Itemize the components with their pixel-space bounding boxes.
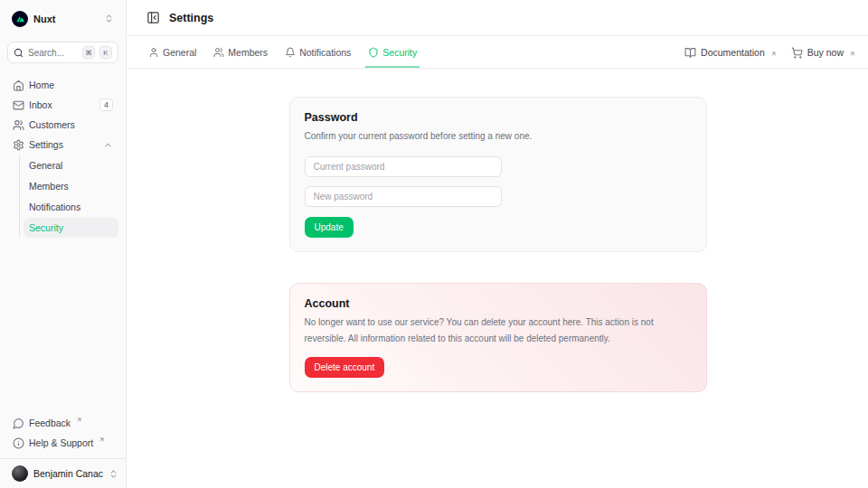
account-card: Account No longer want to use our servic… bbox=[289, 283, 707, 392]
inbox-count-badge: 4 bbox=[99, 99, 113, 111]
tab-notifications[interactable]: Notifications bbox=[282, 37, 354, 68]
page-title: Settings bbox=[169, 12, 213, 24]
message-circle-icon bbox=[13, 418, 24, 429]
users-icon bbox=[213, 47, 224, 58]
sidebar-item-label: Settings bbox=[29, 139, 99, 150]
shield-icon bbox=[368, 47, 379, 58]
sidebar-item-customers[interactable]: Customers bbox=[7, 115, 118, 135]
sidebar-item-label: Members bbox=[29, 181, 69, 192]
buy-now-link[interactable]: Buy now bbox=[791, 47, 855, 59]
user-icon bbox=[148, 47, 159, 58]
password-card: Password Confirm your current password b… bbox=[289, 97, 707, 252]
footer-link-label: Feedback bbox=[29, 418, 71, 428]
sidebar-item-general[interactable]: General bbox=[24, 155, 118, 175]
sidebar-nav: Home Inbox 4 Customers Settings General … bbox=[0, 75, 126, 238]
sidebar-item-settings[interactable]: Settings bbox=[7, 135, 118, 155]
sidebar: Nuxt Search... ⌘ K Home Inbox 4 Customer… bbox=[0, 0, 127, 488]
user-menu[interactable]: Benjamin Canac bbox=[7, 459, 118, 488]
tab-general[interactable]: General bbox=[146, 37, 199, 68]
sidebar-item-label: General bbox=[29, 160, 62, 171]
sidebar-item-members[interactable]: Members bbox=[24, 176, 118, 196]
inbox-icon bbox=[13, 99, 24, 111]
user-name: Benjamin Canac bbox=[33, 468, 103, 479]
info-icon bbox=[13, 437, 24, 449]
new-password-field[interactable] bbox=[305, 186, 502, 207]
sidebar-footer: Feedback Help & Support Benjamin Canac bbox=[0, 413, 126, 488]
external-link-icon bbox=[99, 436, 105, 443]
chevrons-up-down-icon bbox=[104, 14, 114, 23]
tab-label: General bbox=[163, 47, 196, 58]
search-icon bbox=[14, 48, 24, 58]
home-icon bbox=[13, 80, 24, 91]
update-button[interactable]: Update bbox=[305, 217, 354, 238]
external-link-icon bbox=[76, 417, 82, 423]
toolbar-link-label: Documentation bbox=[701, 47, 765, 58]
sidebar-item-label: Notifications bbox=[29, 202, 80, 212]
page-header: Settings bbox=[127, 0, 868, 36]
current-password-field[interactable] bbox=[305, 156, 502, 177]
chevron-up-icon bbox=[103, 140, 113, 150]
delete-account-button[interactable]: Delete account bbox=[305, 357, 385, 378]
search-input[interactable]: Search... ⌘ K bbox=[7, 42, 118, 63]
password-card-title: Password bbox=[305, 111, 692, 124]
external-link-icon bbox=[849, 51, 855, 57]
search-placeholder: Search... bbox=[28, 48, 78, 58]
tab-members[interactable]: Members bbox=[211, 37, 270, 68]
settings-subtree: General Members Notifications Security bbox=[19, 155, 118, 238]
footer-link-label: Help & Support bbox=[29, 437, 93, 448]
feedback-link[interactable]: Feedback bbox=[7, 413, 118, 433]
sidebar-item-notifications[interactable]: Notifications bbox=[24, 197, 118, 217]
kbd-k: K bbox=[99, 46, 112, 59]
kbd-meta: ⌘ bbox=[82, 46, 95, 59]
panel-left-close-icon[interactable] bbox=[146, 11, 160, 24]
avatar bbox=[12, 465, 28, 482]
chevrons-up-down-icon bbox=[108, 469, 118, 479]
bell-icon bbox=[285, 47, 296, 58]
toolbar-link-label: Buy now bbox=[807, 47, 844, 58]
book-open-icon bbox=[684, 47, 696, 59]
sidebar-item-label: Security bbox=[29, 222, 63, 233]
account-card-title: Account bbox=[305, 297, 692, 310]
sidebar-item-inbox[interactable]: Inbox 4 bbox=[7, 95, 118, 115]
sidebar-item-label: Home bbox=[29, 80, 113, 90]
nuxt-logo-icon bbox=[12, 11, 28, 27]
team-name: Nuxt bbox=[33, 14, 99, 24]
tab-label: Security bbox=[382, 47, 417, 58]
password-card-description: Confirm your current password before set… bbox=[305, 128, 692, 145]
tab-bar: General Members Notifications Security D… bbox=[127, 37, 868, 69]
external-link-icon bbox=[770, 51, 777, 57]
sidebar-item-label: Customers bbox=[29, 119, 113, 130]
shopping-cart-icon bbox=[791, 47, 803, 59]
team-selector[interactable]: Nuxt bbox=[7, 7, 118, 30]
sidebar-item-home[interactable]: Home bbox=[7, 75, 118, 95]
tab-label: Notifications bbox=[299, 47, 351, 58]
sidebar-item-label: Inbox bbox=[29, 99, 95, 110]
tab-label: Members bbox=[228, 47, 268, 58]
sidebar-item-security[interactable]: Security bbox=[24, 218, 118, 238]
help-support-link[interactable]: Help & Support bbox=[7, 433, 118, 453]
documentation-link[interactable]: Documentation bbox=[684, 47, 777, 59]
account-card-description: No longer want to use our service? You c… bbox=[305, 314, 692, 348]
tab-security[interactable]: Security bbox=[365, 37, 420, 68]
settings-security-panel: Password Confirm your current password b… bbox=[127, 70, 868, 488]
gear-icon bbox=[13, 139, 24, 151]
users-icon bbox=[13, 119, 24, 131]
